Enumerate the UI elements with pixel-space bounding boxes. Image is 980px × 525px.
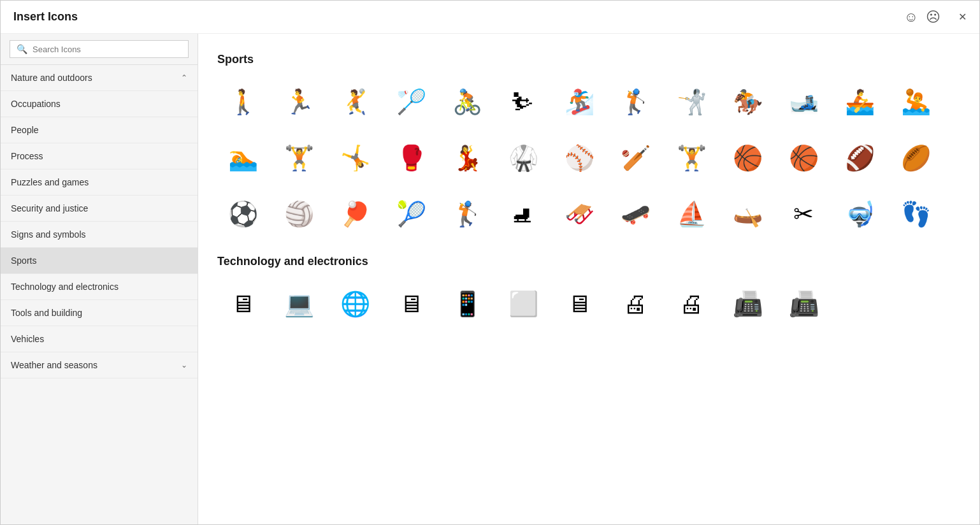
icon-horse-racing[interactable]: 🏇: [722, 76, 773, 127]
icon-globe-web[interactable]: 🌐: [329, 278, 380, 329]
icon-gymnastics[interactable]: 🤸: [329, 133, 380, 183]
icon-dumbbell[interactable]: 🏋: [666, 133, 717, 183]
sidebar-item-label-security: Security and justice: [11, 203, 88, 213]
icon-skiing2[interactable]: 🎿: [778, 76, 829, 127]
search-bar: 🔍: [1, 34, 198, 65]
icon-pingpong[interactable]: 🏓: [329, 189, 380, 240]
dialog-title: Insert Icons: [13, 10, 78, 24]
sidebar-item-weather[interactable]: Weather and seasons ⌄: [1, 352, 198, 378]
sidebar-item-label-tools: Tools and building: [11, 308, 82, 318]
chevron-up-icon: ⌃: [181, 73, 187, 82]
icon-monitor-cloud[interactable]: 🖥: [554, 278, 605, 329]
icon-american-football-helmet[interactable]: 🏈: [834, 133, 885, 183]
sidebar-item-security[interactable]: Security and justice: [1, 196, 198, 222]
icon-tennis-player[interactable]: 🏸: [386, 76, 436, 127]
icon-footprints[interactable]: 👣: [890, 189, 941, 240]
icon-skateboard[interactable]: 🛹: [610, 189, 661, 240]
main-content: Sports 🚶 🏃 🤾 🏸 🚴 ⛷ 🏂 🏌 🤺 🏇 🎿 🚣 🤽 🏊 🏋: [198, 34, 979, 524]
icon-swimming[interactable]: 🏊: [217, 133, 268, 183]
sidebar-item-puzzles[interactable]: Puzzles and games: [1, 169, 198, 196]
icon-flippers[interactable]: 🤿: [834, 189, 885, 240]
feedback-negative-icon[interactable]: ☹: [926, 9, 940, 25]
sidebar-item-label-occupations: Occupations: [11, 99, 61, 109]
icon-golf-bag[interactable]: 🏌: [442, 189, 493, 240]
icon-monitor[interactable]: 🖥: [386, 278, 436, 329]
icon-laptop[interactable]: 💻: [273, 278, 324, 329]
search-icon: 🔍: [17, 44, 27, 54]
feedback-positive-icon[interactable]: ☺: [904, 9, 918, 25]
sports-icon-grid: 🚶 🏃 🤾 🏸 🚴 ⛷ 🏂 🏌 🤺 🏇 🎿 🚣 🤽 🏊 🏋 🤸 🥊 💃: [217, 76, 960, 240]
icon-volleyball[interactable]: 🏐: [273, 189, 324, 240]
icon-boxing[interactable]: 🥊: [386, 133, 436, 183]
sidebar-item-label-technology: Technology and electronics: [11, 282, 119, 292]
icon-snowboarding[interactable]: 🏂: [554, 76, 605, 127]
dialog-body: 🔍 Nature and outdoors ⌃ Occupations Peop…: [1, 34, 979, 524]
sidebar-item-label-signs: Signs and symbols: [11, 229, 86, 240]
sidebar-item-label-puzzles: Puzzles and games: [11, 177, 89, 187]
icon-rugby[interactable]: 🏉: [890, 133, 941, 183]
sidebar-item-process[interactable]: Process: [1, 143, 198, 169]
icon-walking[interactable]: 🚶: [217, 76, 268, 127]
sidebar-item-sports[interactable]: Sports: [1, 248, 198, 274]
title-bar: Insert Icons ☺ ☹ ✕: [1, 1, 979, 34]
close-button[interactable]: ✕: [958, 11, 967, 23]
section-title-technology: Technology and electronics: [217, 255, 960, 268]
sidebar-item-nature[interactable]: Nature and outdoors ⌃: [1, 65, 198, 91]
icon-sailboat[interactable]: ⛵: [666, 189, 717, 240]
title-bar-actions: ☺ ☹ ✕: [904, 9, 967, 25]
sidebar-item-people[interactable]: People: [1, 117, 198, 143]
icon-cricket[interactable]: 🏏: [610, 133, 661, 183]
sidebar-item-label-process: Process: [11, 151, 43, 161]
icon-scissors-sport[interactable]: ✂: [778, 189, 829, 240]
sidebar-item-label-sports: Sports: [11, 255, 36, 266]
sidebar-item-label-weather: Weather and seasons: [11, 360, 97, 370]
icon-basketball2[interactable]: 🏀: [722, 133, 773, 183]
chevron-down-icon: ⌄: [181, 361, 187, 370]
icon-scanner[interactable]: 📠: [778, 278, 829, 329]
icon-baseball-bat[interactable]: ⚾: [554, 133, 605, 183]
icon-printer[interactable]: 🖨: [610, 278, 661, 329]
icon-desktop-computer[interactable]: 🖥: [217, 278, 268, 329]
icon-mobile-phone[interactable]: 📱: [442, 278, 493, 329]
icon-running[interactable]: 🏃: [273, 76, 324, 127]
sidebar-item-vehicles[interactable]: Vehicles: [1, 326, 198, 352]
sidebar-item-label-vehicles: Vehicles: [11, 334, 44, 344]
icon-dancing[interactable]: 💃: [442, 133, 493, 183]
sidebar-item-label-people: People: [11, 125, 39, 135]
icon-weightlifting[interactable]: 🏋: [273, 133, 324, 183]
icon-tennis[interactable]: 🎾: [386, 189, 436, 240]
icon-canoe[interactable]: 🛶: [722, 189, 773, 240]
sidebar-item-technology[interactable]: Technology and electronics: [1, 274, 198, 300]
icon-fencing[interactable]: 🤺: [666, 76, 717, 127]
icon-fax[interactable]: 📠: [722, 278, 773, 329]
section-title-sports: Sports: [217, 53, 960, 66]
insert-icons-dialog: Insert Icons ☺ ☹ ✕ 🔍 Nature and outdoors…: [0, 0, 980, 525]
search-input-wrapper[interactable]: 🔍: [10, 40, 189, 58]
sidebar-item-tools[interactable]: Tools and building: [1, 300, 198, 326]
icon-martial-arts[interactable]: 🥋: [498, 133, 549, 183]
icon-skiing[interactable]: ⛷: [498, 76, 549, 127]
icon-handball[interactable]: 🤾: [329, 76, 380, 127]
icon-golf[interactable]: 🏌: [610, 76, 661, 127]
icon-soccer[interactable]: ⚽: [217, 189, 268, 240]
sidebar-item-occupations[interactable]: Occupations: [1, 91, 198, 117]
search-input[interactable]: [32, 45, 182, 54]
icon-basketball[interactable]: 🏀: [778, 133, 829, 183]
icon-rowing[interactable]: 🚣: [834, 76, 885, 127]
icon-tablet[interactable]: ⬜: [498, 278, 549, 329]
sidebar-item-signs[interactable]: Signs and symbols: [1, 222, 198, 248]
sidebar-item-label-nature: Nature and outdoors: [11, 73, 92, 83]
sidebar-list: Nature and outdoors ⌃ Occupations People…: [1, 65, 198, 524]
icon-ice-skate[interactable]: ⛸: [498, 189, 549, 240]
tech-icon-grid: 🖥 💻 🌐 🖥 📱 ⬜ 🖥 🖨 🖨 📠 📠: [217, 278, 960, 329]
icon-cycling[interactable]: 🚴: [442, 76, 493, 127]
sidebar: 🔍 Nature and outdoors ⌃ Occupations Peop…: [1, 34, 198, 524]
icon-waterpolo[interactable]: 🤽: [890, 76, 941, 127]
icon-sled[interactable]: 🛷: [554, 189, 605, 240]
icon-printer2[interactable]: 🖨: [666, 278, 717, 329]
